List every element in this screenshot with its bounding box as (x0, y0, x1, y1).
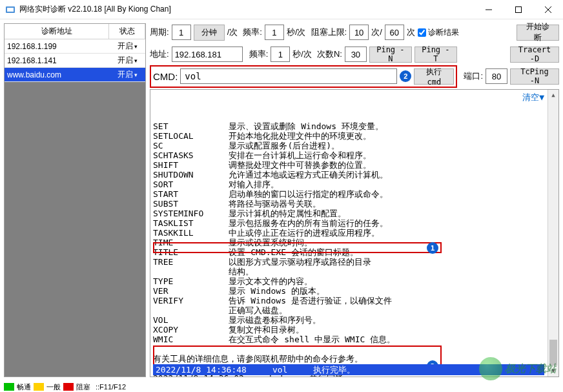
badge-1: 1 (427, 242, 438, 254)
header-state[interactable]: 状态 (109, 24, 145, 39)
address-table: 诊断地址 状态 192.168.1.199 开启▾ 192.168.1.141 … (4, 23, 146, 377)
state-cell[interactable]: 开启▾ (109, 69, 145, 80)
tracert-d-button[interactable]: Tracert -D (510, 46, 559, 63)
status-normal: 一般 (46, 382, 61, 392)
freq-label: 频率: (243, 26, 262, 38)
minimize-button[interactable] (474, 0, 504, 19)
table-body: 192.168.1.199 开启▾ 192.168.1.141 开启▾ www.… (5, 39, 145, 377)
period-suffix: /次 (227, 26, 238, 38)
result-checkbox[interactable]: 诊断结果 (418, 27, 459, 38)
block-label: 阻塞上限: (311, 26, 347, 38)
period-row: 周期: 分钟 /次 频率: 秒/次 阻塞上限: 次/ 次 诊断结果 开始诊断 (150, 23, 559, 41)
block-a-input[interactable] (349, 25, 369, 40)
ping-t-button[interactable]: Ping -T (415, 46, 457, 63)
countn-input[interactable] (345, 46, 367, 62)
scrollbar[interactable]: ▲ ▼ (548, 90, 558, 377)
chevron-down-icon: ▾ (134, 57, 138, 64)
period-input[interactable] (172, 25, 191, 40)
table-row[interactable]: 192.168.1.141 开启▾ (5, 54, 145, 68)
block-b-input[interactable] (385, 25, 404, 40)
svg-rect-1 (7, 8, 14, 12)
port-input[interactable] (486, 68, 507, 84)
addr-cell: www.baidu.com (5, 69, 109, 81)
period-unit-button[interactable]: 分钟 (194, 25, 225, 41)
exec-cmd-button[interactable]: 执行cmd (414, 68, 454, 85)
start-diagnosis-button[interactable]: 开始诊断 (517, 25, 559, 41)
app-icon (5, 5, 15, 15)
highlight-1: 1 (153, 242, 442, 253)
addr-cell: 192.168.1.199 (5, 41, 109, 52)
block-mid: 次/ (371, 26, 382, 38)
status-cmd: vol (272, 365, 287, 375)
cmd-highlight-box: CMD: 2 执行cmd (150, 65, 457, 88)
addr-freq-label: 频率: (249, 48, 269, 60)
statusbar: 畅通 一般 阻塞 ::F11/F12 (0, 382, 563, 392)
addr-freq-input[interactable] (271, 46, 290, 62)
maximize-button[interactable] (504, 0, 533, 19)
status-red-icon (63, 383, 74, 391)
status-green-icon (4, 383, 14, 391)
window-title: 网络实时诊断 v22.10.18 [All By Kiong Chan] (19, 4, 474, 15)
watermark-icon (479, 357, 502, 380)
addr-label: 地址: (150, 48, 169, 60)
clear-link[interactable]: 清空▼ (522, 92, 544, 102)
svg-rect-3 (516, 6, 522, 12)
status-stat: 执行完毕。 (313, 365, 355, 375)
freq-unit: 秒/次 (287, 26, 306, 38)
header-address[interactable]: 诊断地址 (5, 24, 109, 39)
state-cell[interactable]: 开启▾ (109, 55, 145, 66)
watermark: 极光下载站 (479, 357, 557, 380)
address-row: 地址: 频率: 秒/次 次数N: Ping -N Ping -T Tracert… (150, 45, 559, 63)
tcping-n-button[interactable]: TcPing -N (510, 68, 559, 85)
right-panel: 周期: 分钟 /次 频率: 秒/次 阻塞上限: 次/ 次 诊断结果 开始诊断 地… (150, 23, 559, 377)
cmd-label: CMD: (153, 71, 178, 82)
addr-input[interactable] (172, 46, 243, 62)
status-ts: 2022/11/8 14:36:48 (156, 365, 247, 375)
table-row[interactable]: 192.168.1.199 开启▾ (5, 39, 145, 54)
watermark-text: 极光下载站 (505, 362, 557, 376)
status-good: 畅通 (17, 382, 31, 392)
addr-cell: 192.168.1.141 (5, 55, 109, 67)
status-keys: ::F11/F12 (96, 383, 126, 391)
block-suffix: 次 (407, 26, 415, 38)
chevron-down-icon: ▾ (134, 72, 138, 78)
badge-2: 2 (400, 70, 411, 82)
period-label: 周期: (150, 26, 169, 38)
chevron-down-icon: ▾ (134, 43, 138, 50)
table-row[interactable]: www.baidu.com 开启▾ (5, 68, 145, 82)
titlebar: 网络实时诊断 v22.10.18 [All By Kiong Chan] (0, 0, 563, 19)
close-button[interactable] (533, 0, 563, 19)
addr-freq-unit: 秒/次 (292, 48, 312, 60)
ping-n-button[interactable]: Ping -N (369, 46, 412, 63)
scroll-up-icon[interactable]: ▲ (548, 90, 558, 101)
status-block: 阻塞 (76, 382, 90, 392)
log-area[interactable]: 清空▼ SET 显示、设置或删除 Windows 环境变量。 SETLOCAL … (150, 89, 559, 377)
cmd-input[interactable] (180, 68, 397, 84)
freq-input[interactable] (265, 25, 284, 40)
status-yellow-icon (34, 383, 44, 391)
countn-label: 次数N: (317, 48, 342, 60)
cmd-row-outer: CMD: 2 执行cmd 端口: TcPing -N (150, 67, 559, 85)
state-cell[interactable]: 开启▾ (109, 41, 145, 52)
left-panel: 诊断地址 状态 192.168.1.199 开启▾ 192.168.1.141 … (4, 23, 146, 377)
port-label: 端口: (464, 70, 483, 82)
